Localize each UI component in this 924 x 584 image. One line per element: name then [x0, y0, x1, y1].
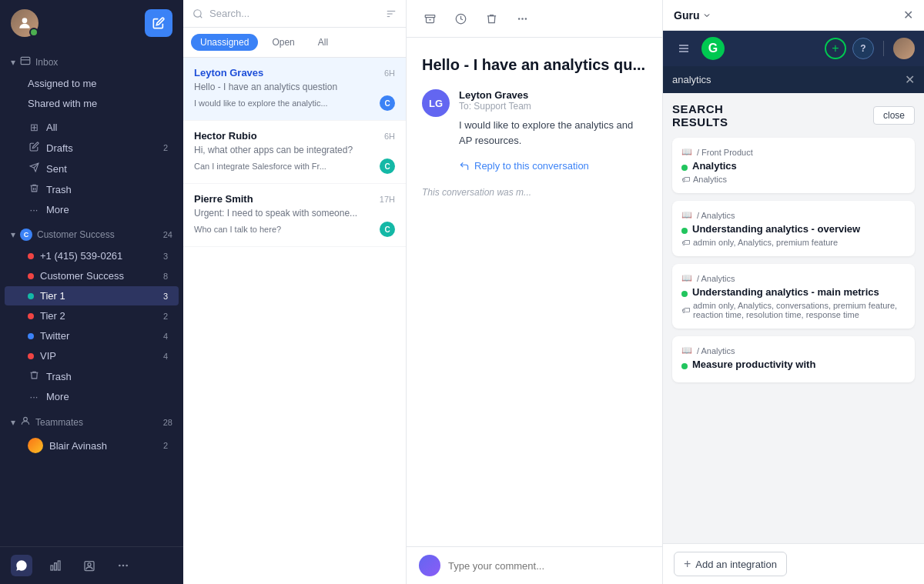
- sidebar-item-assigned-to-me[interactable]: Assigned to me: [5, 74, 179, 93]
- guru-result-4[interactable]: 📖 / Analytics Measure productivity with: [672, 336, 915, 382]
- commenter-avatar: [419, 555, 440, 576]
- main-content: Hello - I have an analytics qu... LG Ley…: [407, 0, 662, 584]
- main-toolbar: [407, 0, 662, 38]
- result-tags-text-3: admin only, Analytics, conversations, pr…: [693, 301, 906, 319]
- tab-all[interactable]: All: [309, 34, 337, 51]
- sidebar-item-tier2[interactable]: Tier 2 2: [5, 306, 179, 325]
- book-icon-3: 📖: [681, 273, 692, 283]
- guru-add-button[interactable]: +: [825, 38, 846, 59]
- reply-link[interactable]: Reply to this conversation: [459, 160, 647, 172]
- sidebar-item-twitter[interactable]: Twitter 4: [5, 326, 179, 345]
- svg-point-0: [22, 18, 28, 23]
- customer-success-count: 24: [163, 230, 172, 239]
- conv-badge-hector: C: [380, 159, 395, 174]
- more-cs-icon: ···: [28, 391, 40, 402]
- sidebar-item-more[interactable]: ··· More: [5, 200, 179, 219]
- sidebar-item-vip[interactable]: VIP 4: [5, 346, 179, 365]
- svg-rect-18: [425, 15, 435, 17]
- customer-success-header[interactable]: ▾ C Customer Success 24: [0, 224, 183, 245]
- analytics-footer-icon[interactable]: [45, 555, 66, 576]
- sent-label: Sent: [46, 163, 67, 175]
- svg-rect-6: [55, 563, 57, 570]
- conv-name-pierre: Pierre Smith: [194, 193, 253, 205]
- guru-header: Guru ✕: [663, 0, 924, 31]
- online-status-indicator: [29, 28, 38, 37]
- guru-result-3[interactable]: 📖 / Analytics Understanding analytics - …: [672, 264, 915, 329]
- message-text: I would like to explore the analytics an…: [459, 118, 647, 148]
- guru-menu-button[interactable]: [672, 37, 695, 60]
- sidebar-item-trash[interactable]: Trash: [5, 179, 179, 199]
- tab-open[interactable]: Open: [263, 34, 303, 51]
- conversation-item-hector[interactable]: Hector Rubio 6H Hi, what other apps can …: [183, 121, 406, 184]
- add-integration-label: Add an integration: [695, 559, 777, 570]
- more-footer-icon[interactable]: [112, 555, 134, 576]
- phone-count: 3: [163, 252, 168, 261]
- guru-result-2[interactable]: 📖 / Analytics Understanding analytics - …: [672, 201, 915, 256]
- svg-point-22: [521, 18, 524, 20]
- conv-preview2-leyton: I would like to explore the analytic...: [194, 98, 380, 108]
- inbox-section-header[interactable]: ▾ Inbox: [0, 51, 183, 73]
- sidebar-item-more-cs[interactable]: ··· More: [5, 387, 179, 406]
- chevron-down-icon: ▾: [11, 57, 15, 68]
- add-integration-button[interactable]: + Add an integration: [674, 552, 787, 576]
- guru-user-avatar[interactable]: [893, 38, 915, 59]
- sidebar-item-phone[interactable]: +1 (415) 539-0261 3: [5, 246, 179, 265]
- archive-toolbar-icon[interactable]: [419, 8, 440, 29]
- guru-results: SEARCHRESULTS close 📖 / Front Product An…: [663, 93, 924, 543]
- guru-toolbar: G + ?: [663, 31, 924, 66]
- snooze-toolbar-icon[interactable]: [450, 8, 471, 29]
- sidebar-item-blair[interactable]: Blair Avinash 2: [5, 434, 179, 457]
- result-title-row-4: Measure productivity with: [681, 359, 906, 373]
- sidebar-item-trash-cs[interactable]: Trash: [5, 366, 179, 386]
- sidebar-item-tier1[interactable]: Tier 1 3: [5, 286, 179, 305]
- result-path-text-2: / Analytics: [697, 211, 735, 220]
- user-avatar-wrapper[interactable]: [11, 9, 38, 37]
- guru-panel: Guru ✕ G + ? ✕ SEARCHRESULTS close 📖 / F…: [662, 0, 924, 584]
- sidebar-item-sent[interactable]: Sent: [5, 159, 179, 179]
- conversation-item-leyton[interactable]: Leyton Graves 6H Hello - I have an analy…: [183, 58, 406, 121]
- tab-unassigned[interactable]: Unassigned: [191, 34, 258, 51]
- guru-search-input[interactable]: [672, 74, 899, 85]
- result-tags-1: 🏷 Analytics: [681, 175, 906, 184]
- conversation-items: Leyton Graves 6H Hello - I have an analy…: [183, 58, 406, 584]
- guru-close-results-button[interactable]: close: [873, 106, 915, 125]
- message-wrapper: LG Leyton Graves To: Support Team I woul…: [422, 89, 647, 172]
- book-icon-1: 📖: [681, 147, 692, 157]
- comment-input[interactable]: [448, 560, 650, 572]
- sidebar-item-customer-success-inbox[interactable]: Customer Success 8: [5, 266, 179, 285]
- svg-point-13: [194, 9, 201, 16]
- guru-title-text: Guru: [674, 9, 699, 22]
- sidebar-navigation: ▾ Inbox Assigned to me Shared with me ⊞ …: [0, 46, 183, 546]
- guru-close-icon[interactable]: ✕: [903, 8, 913, 22]
- guru-g-button[interactable]: G: [701, 37, 725, 60]
- sidebar-item-drafts[interactable]: Drafts 2: [5, 138, 179, 158]
- svg-rect-5: [51, 566, 53, 570]
- conversation-item-pierre[interactable]: Pierre Smith 17H Urgent: I need to speak…: [183, 184, 406, 247]
- guru-title: Guru: [674, 9, 711, 22]
- main-footer: [407, 546, 662, 584]
- guru-help-button[interactable]: ?: [852, 38, 874, 59]
- book-icon-4: 📖: [681, 345, 692, 355]
- more-toolbar-icon[interactable]: [511, 8, 533, 29]
- sent-icon: [28, 162, 40, 175]
- search-input[interactable]: [209, 8, 380, 19]
- cs-inbox-label: Customer Success: [40, 270, 124, 282]
- compose-button[interactable]: [145, 9, 172, 37]
- inbox-label: Inbox: [35, 57, 58, 68]
- result-tags-2: 🏷 admin only, Analytics, premium feature: [681, 238, 906, 247]
- guru-clear-button[interactable]: ✕: [905, 72, 915, 87]
- profile-footer-icon[interactable]: [79, 555, 100, 576]
- twitter-label: Twitter: [40, 330, 69, 342]
- sidebar-item-all[interactable]: ⊞ All: [5, 118, 179, 137]
- sidebar-item-shared-with-me[interactable]: Shared with me: [5, 94, 179, 113]
- result-path-1: 📖 / Front Product: [681, 147, 906, 157]
- chat-footer-icon[interactable]: [11, 555, 32, 576]
- guru-result-1[interactable]: 📖 / Front Product Analytics 🏷 Analytics: [672, 138, 915, 193]
- sort-icon[interactable]: [386, 8, 397, 19]
- teammates-header[interactable]: ▾ Teammates 28: [0, 411, 183, 433]
- conv-preview2-pierre: Who can I talk to here?: [194, 225, 380, 234]
- result-path-text-1: / Front Product: [697, 148, 753, 157]
- svg-rect-1: [21, 57, 30, 64]
- trash-toolbar-icon[interactable]: [480, 8, 502, 29]
- trash-label: Trash: [46, 184, 72, 195]
